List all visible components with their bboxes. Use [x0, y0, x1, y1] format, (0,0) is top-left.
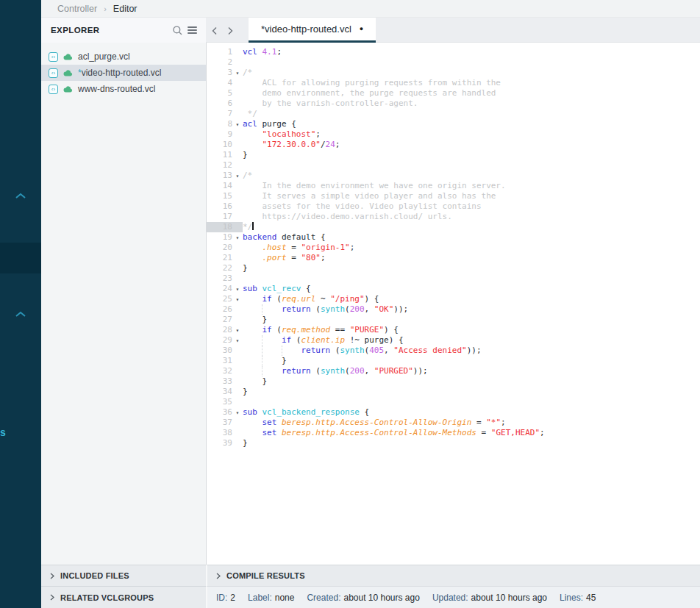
code-line[interactable]: 6 by the varnish-controller-agent.: [207, 99, 700, 109]
code-line[interactable]: 28▾ if (req.method == "PURGE") {: [207, 325, 700, 335]
code-line[interactable]: 29▾ if (client.ip !~ purge) {: [207, 335, 700, 346]
code-editor[interactable]: 1vcl 4.1;23▾/*4 ACL for allowing purging…: [207, 43, 700, 565]
nav-partial-label[interactable]: s: [0, 426, 6, 438]
line-number: 8: [207, 119, 232, 129]
fold-toggle-icon[interactable]: ▾: [232, 232, 243, 243]
code-line-content: }: [243, 438, 700, 448]
collapse-up-icon[interactable]: [14, 310, 27, 318]
code-line[interactable]: 16 assets for the video. Video playlist …: [207, 201, 700, 212]
code-line[interactable]: 17 https://video.demo.varnish.cloud/ url…: [207, 212, 700, 222]
fold-toggle-icon[interactable]: ▾: [232, 171, 243, 181]
code-line[interactable]: 21 .port = "80";: [207, 253, 700, 263]
section-related-vclgroups[interactable]: RELATED VCLGROUPS: [41, 586, 206, 608]
section-label: RELATED VCLGROUPS: [60, 593, 154, 602]
token-com: ACL for allowing purging requests from w…: [243, 78, 501, 87]
code-line[interactable]: 1vcl 4.1;: [207, 47, 700, 57]
fold-toggle-icon[interactable]: ▾: [232, 294, 243, 304]
tab-scroll-left-icon[interactable]: [206, 19, 222, 42]
code-line[interactable]: 4 ACL for allowing purging requests from…: [207, 78, 700, 88]
token-pln: default {: [276, 232, 325, 242]
gutter: 20: [207, 243, 243, 253]
code-line[interactable]: 8▾acl purge {: [207, 119, 700, 129]
token-kw: backend: [243, 232, 276, 242]
tab-label: *video-http-routed.vcl: [261, 24, 351, 35]
code-line[interactable]: 36▾sub vcl_backend_response {: [207, 407, 700, 418]
section-compile-results[interactable]: COMPILE RESULTS: [206, 565, 700, 586]
code-line[interactable]: 35: [207, 397, 700, 407]
code-line[interactable]: 12: [207, 160, 700, 171]
gutter: 37: [207, 418, 243, 428]
token-num: 24: [326, 140, 335, 149]
section-included-files[interactable]: INCLUDED FILES: [41, 565, 206, 586]
line-number: 19: [207, 232, 232, 243]
code-line[interactable]: 9 "localhost";: [207, 129, 700, 140]
line-number: 15: [207, 191, 232, 201]
token-com: demo environment, the purge requests are…: [243, 88, 496, 98]
code-line[interactable]: 38 set beresp.http.Access-Control-Allow-…: [207, 428, 700, 438]
token-var: beresp.http.Access-Control-Allow-Origin: [282, 418, 471, 427]
code-line[interactable]: 24▾sub vcl_recv {: [207, 284, 700, 294]
line-number: 11: [207, 150, 232, 160]
token-com: /*: [243, 171, 252, 180]
fold-toggle-icon[interactable]: ▾: [232, 335, 243, 346]
code-line[interactable]: 14 In the demo environment we have one o…: [207, 181, 700, 191]
gutter: 6: [207, 99, 243, 109]
code-line[interactable]: 26 return (synth(200, "OK"));: [207, 304, 700, 315]
indent-guide: [262, 366, 262, 376]
tab-video-http-routed[interactable]: *video-http-routed.vcl ●: [249, 18, 376, 43]
token-pln: [243, 325, 262, 335]
code-line[interactable]: 25▾ if (req.url ~ "/ping") {: [207, 294, 700, 304]
fold-toggle-icon[interactable]: ▾: [232, 407, 243, 418]
code-line[interactable]: 30 return (synth(405, "Access denied"));: [207, 346, 700, 356]
token-pln: (: [291, 335, 301, 345]
code-line-content: set beresp.http.Access-Control-Allow-Ori…: [243, 418, 700, 428]
code-line[interactable]: 23: [207, 273, 700, 284]
gutter: 38: [207, 428, 243, 438]
gutter: 5: [207, 88, 243, 99]
breadcrumb-item-controller[interactable]: Controller: [57, 4, 97, 14]
file-item[interactable]: ‹›www-dns-routed.vcl: [41, 81, 206, 97]
token-pln: }: [243, 263, 248, 273]
code-line[interactable]: 34}: [207, 387, 700, 397]
code-line[interactable]: 3▾/*: [207, 68, 700, 78]
collapse-up-icon[interactable]: [14, 192, 27, 200]
code-line[interactable]: 20 .host = "origin-1";: [207, 243, 700, 253]
code-line[interactable]: 27 }: [207, 315, 700, 325]
code-line[interactable]: 11}: [207, 150, 700, 160]
explorer-header: EXPLORER: [41, 18, 206, 43]
code-line[interactable]: 22}: [207, 263, 700, 273]
search-icon[interactable]: [170, 23, 185, 37]
line-number: 2: [207, 57, 232, 68]
token-kw: acl: [243, 119, 257, 129]
code-line[interactable]: 2: [207, 57, 700, 68]
file-item[interactable]: ‹›*video-http-routed.vcl: [41, 65, 206, 81]
code-line[interactable]: 18*/: [207, 222, 700, 232]
activity-bar-selected-band[interactable]: [0, 243, 41, 273]
code-line[interactable]: 37 set beresp.http.Access-Control-Allow-…: [207, 418, 700, 428]
menu-icon[interactable]: [185, 23, 199, 37]
code-line[interactable]: 33 }: [207, 376, 700, 387]
token-pln: =: [287, 243, 301, 252]
fold-toggle-icon[interactable]: ▾: [232, 68, 243, 78]
code-line-content: if (req.url ~ "/ping") {: [243, 294, 700, 304]
code-line[interactable]: 32 return (synth(200, "PURGED"));: [207, 366, 700, 376]
code-line[interactable]: 15 It serves a simple video player and a…: [207, 191, 700, 201]
file-item[interactable]: ‹›acl_purge.vcl: [41, 49, 206, 65]
code-line-content: }: [243, 263, 700, 273]
indent-guide: [262, 346, 262, 356]
fold-toggle-icon[interactable]: ▾: [232, 325, 243, 335]
fold-gutter: [232, 109, 243, 119]
code-line[interactable]: 5 demo environment, the purge requests a…: [207, 88, 700, 99]
token-com: In the demo environment we have one orig…: [243, 181, 506, 190]
code-line[interactable]: 7 */: [207, 109, 700, 119]
code-line[interactable]: 10 "172.30.0.0"/24;: [207, 140, 700, 150]
tab-scroll-right-icon[interactable]: [222, 19, 238, 42]
fold-toggle-icon[interactable]: ▾: [232, 119, 243, 129]
code-line[interactable]: 19▾backend default {: [207, 232, 700, 243]
fold-toggle-icon[interactable]: ▾: [232, 284, 243, 294]
code-line[interactable]: 31 }: [207, 356, 700, 366]
code-line[interactable]: 39}: [207, 438, 700, 448]
token-pln: ;: [321, 253, 326, 262]
gutter: 19▾: [207, 232, 243, 243]
code-line[interactable]: 13▾/*: [207, 171, 700, 181]
